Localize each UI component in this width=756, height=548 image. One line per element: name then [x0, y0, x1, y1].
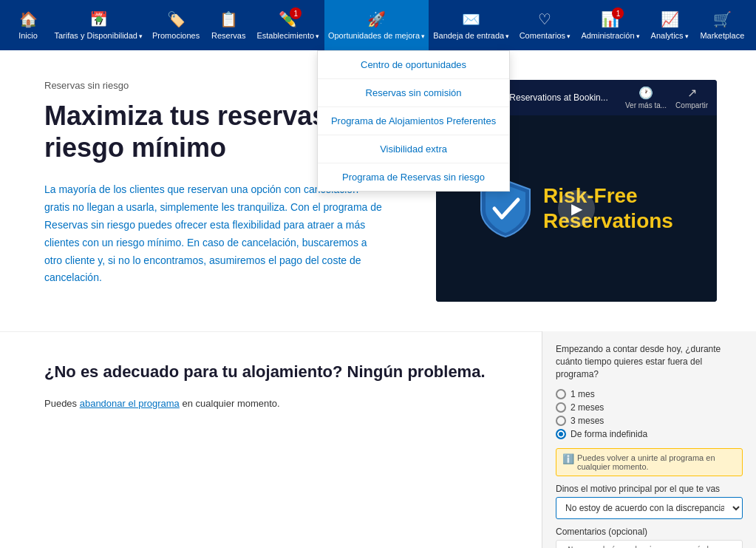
nav-administracion[interactable]: 📊 1 Administración▾	[576, 0, 644, 50]
nav-inicio-label: Inicio	[18, 31, 38, 40]
bottom-title: ¿No es adecuado para tu alojamiento? Nin…	[44, 362, 497, 383]
nav-tarifas[interactable]: 📅 Tarifas y Disponibilidad▾	[50, 0, 146, 50]
nav-marketplace-label: Marketplace	[700, 31, 744, 40]
br-question: Empezando a contar desde hoy, ¿durante c…	[556, 343, 743, 380]
nav-oportunidades-label: Oportunidades de mejora▾	[328, 31, 425, 40]
dropdown-item-5[interactable]: Programa de Reservas sin riesgo	[318, 163, 509, 191]
nav-bandeja-label: Bandeja de entrada▾	[433, 31, 509, 40]
radio-label-1: 1 mes	[571, 389, 595, 399]
oportunidades-dropdown: Centro de oportunidades Reservas sin com…	[317, 50, 510, 192]
comments-label: Comentarios (opcional)	[556, 527, 743, 537]
admin-icon: 📊 1	[601, 10, 619, 28]
edit-icon: ✏️ 1	[279, 10, 297, 28]
info-icon: ℹ️	[562, 453, 574, 464]
nav-marketplace[interactable]: 🛒 Marketplace	[695, 0, 750, 50]
reason-select[interactable]: No estoy de acuerdo con la discrepancia …	[556, 497, 743, 519]
video-watch-later[interactable]: 🕐 Ver más ta...	[625, 86, 667, 109]
info-note: ℹ️ Puedes volver a unirte al programa en…	[556, 448, 743, 476]
bottom-desc: Puedes abandonar el programa en cualquie…	[44, 398, 497, 409]
home-icon: 🏠	[19, 10, 38, 28]
desc-before: Puedes	[44, 398, 80, 409]
nav-oportunidades[interactable]: 🚀 Oportunidades de mejora▾ Centro de opo…	[324, 0, 429, 50]
establecimiento-badge: 1	[290, 7, 302, 19]
marketplace-icon: 🛒	[713, 10, 732, 28]
hero-description: La mayoría de los clientes que reservan …	[44, 181, 384, 287]
admin-badge: 1	[612, 7, 624, 19]
nav-promociones[interactable]: 🏷️ Promociones	[146, 0, 205, 50]
nav-reservas[interactable]: 📋 Reservas	[205, 0, 252, 50]
dropdown-item-2[interactable]: Reservas sin comisión	[318, 79, 509, 107]
radio-label-3: 3 meses	[571, 416, 604, 426]
video-actions: 🕐 Ver más ta... ↗ Compartir	[625, 86, 708, 109]
nav-reservas-label: Reservas	[211, 31, 245, 40]
nav-establecimiento[interactable]: ✏️ 1 Establecimiento▾	[252, 0, 324, 50]
nav-comentarios-label: Comentarios▾	[520, 31, 571, 40]
nav-analytics[interactable]: 📈 Analytics▾	[645, 0, 695, 50]
radio-label-4: De forma indefinida	[571, 429, 647, 439]
radio-circle-1	[556, 389, 566, 399]
info-text: Puedes volver a unirte al programa en cu…	[577, 453, 736, 471]
share-icon: ↗	[687, 86, 697, 100]
analytics-icon: 📈	[661, 10, 679, 28]
share-label: Compartir	[675, 101, 708, 109]
radio-label-2: 2 meses	[571, 402, 604, 413]
radio-circle-3	[556, 416, 566, 426]
nav-bandeja[interactable]: ✉️ Bandeja de entrada▾	[429, 0, 514, 50]
list-icon: 📋	[219, 10, 238, 28]
rocket-icon: 🚀	[367, 10, 386, 28]
navbar: 🏠 Inicio 📅 Tarifas y Disponibilidad▾ 🏷️ …	[0, 0, 756, 50]
nav-tarifas-label: Tarifas y Disponibilidad▾	[54, 31, 143, 40]
bottom-right: Empezando a contar desde hoy, ¿durante c…	[542, 331, 756, 548]
dropdown-item-1[interactable]: Centro de oportunidades	[318, 51, 509, 79]
nav-inicio[interactable]: 🏠 Inicio	[6, 0, 50, 50]
radio-2meses[interactable]: 2 meses	[556, 402, 743, 413]
radio-3meses[interactable]: 3 meses	[556, 416, 743, 426]
watch-later-label: Ver más ta...	[625, 101, 667, 109]
nav-analytics-label: Analytics▾	[651, 31, 689, 40]
nav-promociones-label: Promociones	[152, 31, 200, 40]
tag-icon: 🏷️	[167, 10, 185, 28]
nav-establecimiento-label: Establecimiento▾	[256, 31, 319, 40]
tarifas-dot	[96, 16, 102, 22]
radio-circle-2	[556, 402, 566, 413]
reason-label: Dinos el motivo principal por el que te …	[556, 484, 743, 494]
nav-administracion-label: Administración▾	[581, 31, 639, 40]
mail-icon: ✉️	[462, 10, 480, 28]
dropdown-item-4[interactable]: Visibilidad extra	[318, 135, 509, 163]
calendar-icon: 📅	[89, 10, 108, 28]
nav-comentarios[interactable]: ♡ Comentarios▾	[514, 0, 576, 50]
radio-group: 1 mes 2 meses 3 meses De forma indefinid…	[556, 389, 743, 439]
comments-textarea[interactable]	[556, 540, 743, 548]
bottom-section: ¿No es adecuado para tu alojamiento? Nin…	[0, 331, 756, 548]
abandon-link[interactable]: abandonar el programa	[80, 398, 180, 409]
bottom-left: ¿No es adecuado para tu alojamiento? Nin…	[0, 331, 542, 548]
radio-indefinida[interactable]: De forma indefinida	[556, 429, 743, 439]
clock-icon: 🕐	[638, 86, 653, 100]
video-share[interactable]: ↗ Compartir	[675, 86, 708, 109]
desc-after: en cualquier momento.	[180, 398, 280, 409]
dropdown-item-3[interactable]: Programa de Alojamientos Preferentes	[318, 107, 509, 135]
heart-icon: ♡	[538, 10, 551, 28]
radio-circle-4	[556, 429, 566, 439]
radio-1mes[interactable]: 1 mes	[556, 389, 743, 399]
play-button[interactable]: ▶	[558, 190, 595, 227]
